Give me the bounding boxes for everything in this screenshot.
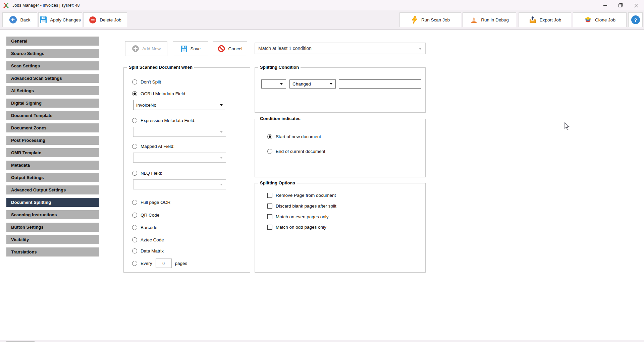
radio-icon	[132, 261, 137, 266]
radio-checked-icon	[132, 91, 137, 96]
splitting-condition-group: Splitting Condition Changed	[255, 67, 426, 113]
app-window: Jobs Manager - Invoices | sysref: 48	[0, 0, 644, 342]
mouse-cursor-icon	[565, 122, 571, 132]
radio-qr-code[interactable]: QR Code	[132, 213, 159, 218]
expression-field-dropdown[interactable]	[133, 127, 226, 137]
radio-mapped-ai-field[interactable]: Mapped AI Field:	[132, 144, 174, 149]
split-document-group-title: Split Scanned Document when	[127, 65, 194, 70]
radio-checked-icon	[267, 134, 272, 139]
sidebar-item-translations[interactable]: Translations	[6, 247, 99, 256]
add-plus-icon	[132, 45, 139, 52]
splitting-options-group-title: Splitting Options	[258, 180, 297, 185]
back-button[interactable]: Back	[2, 12, 37, 27]
radio-end-of-current-document[interactable]: End of current document	[267, 149, 325, 154]
nlq-field-dropdown[interactable]	[133, 179, 226, 189]
sidebar-divider	[106, 30, 106, 340]
radio-expression-metadata-field[interactable]: Expression Metadata Field:	[132, 118, 196, 123]
checkbox-label: Discard blank pages after split	[276, 204, 336, 209]
match-condition-value: Match at least 1 condition	[258, 46, 312, 51]
run-scan-job-label: Run Scan Job	[421, 17, 450, 22]
radio-full-page-ocr[interactable]: Full page OCR	[132, 200, 170, 205]
apply-changes-button[interactable]: Apply Changes	[38, 12, 82, 27]
restore-icon	[619, 3, 623, 7]
help-question-icon: ?	[631, 15, 640, 24]
radio-dont-split[interactable]: Don't Split	[132, 79, 161, 84]
pages-label: pages	[175, 261, 187, 266]
radio-barcode[interactable]: Barcode	[132, 225, 157, 230]
sidebar-item-advanced-scan-settings[interactable]: Advanced Scan Settings	[6, 74, 99, 83]
checkbox-icon	[267, 193, 272, 198]
radio-icon	[132, 118, 137, 123]
delete-job-button[interactable]: Delete Job	[83, 12, 127, 27]
condition-field-dropdown[interactable]	[261, 79, 286, 89]
sidebar-item-source-settings[interactable]: Source Settings	[6, 49, 99, 58]
radio-icon	[132, 79, 137, 84]
condition-operator-value: Changed	[292, 81, 311, 87]
sidebar-item-document-zones[interactable]: Document Zones	[6, 123, 99, 132]
clone-job-label: Clone Job	[595, 17, 615, 22]
radio-label: OCR'd Metadata Field:	[141, 91, 186, 96]
sidebar-item-scanning-instructions[interactable]: Scanning Instructions	[6, 210, 99, 219]
radio-icon	[132, 144, 137, 149]
lightning-bolt-icon	[411, 16, 418, 24]
every-pages-input[interactable]	[156, 259, 172, 268]
sidebar-item-ai-settings[interactable]: AI Settings	[6, 86, 99, 95]
radio-every-pages[interactable]: Every pages	[132, 258, 187, 268]
export-tray-icon	[529, 16, 537, 24]
sidebar-item-button-settings[interactable]: Button Settings	[6, 223, 99, 232]
sidebar-item-metadata[interactable]: Metadata	[6, 161, 99, 170]
horizontal-scrollbar-thumb[interactable]	[6, 341, 35, 342]
sidebar-item-document-template[interactable]: Document Template	[6, 111, 99, 120]
sidebar-item-output-settings[interactable]: Output Settings	[6, 173, 99, 182]
radio-start-of-new-document[interactable]: Start of new document	[267, 134, 321, 139]
mapped-ai-field-dropdown[interactable]	[133, 153, 226, 163]
save-label: Save	[191, 46, 201, 51]
checkbox-remove-page[interactable]: Remove Page from document	[267, 193, 336, 198]
radio-label: Aztec Code	[141, 237, 164, 242]
sidebar-item-advanced-output-settings[interactable]: Advanced Output Settings	[6, 185, 99, 194]
condition-operator-dropdown[interactable]: Changed	[289, 79, 336, 89]
checkbox-icon	[267, 225, 272, 230]
sidebar-item-visibility[interactable]: Visibility	[6, 235, 99, 244]
splitting-condition-group-title: Splitting Condition	[258, 65, 301, 70]
add-new-label: Add New	[142, 46, 161, 51]
radio-ocrd-metadata-field[interactable]: OCR'd Metadata Field:	[132, 91, 186, 96]
chevron-down-icon	[220, 104, 223, 106]
save-button[interactable]: Save	[173, 41, 208, 56]
add-new-button[interactable]: Add New	[125, 41, 167, 56]
checkbox-label: Remove Page from document	[276, 193, 336, 198]
clone-job-button[interactable]: Clone Job	[573, 12, 627, 27]
sidebar-item-general[interactable]: General	[6, 37, 99, 46]
ocr-field-dropdown[interactable]: InvoiceNo	[133, 100, 226, 110]
sidebar-item-scan-settings[interactable]: Scan Settings	[6, 61, 99, 70]
radio-data-matrix[interactable]: Data Matrix	[132, 248, 164, 253]
radio-nlq-field[interactable]: NLQ Field:	[132, 171, 162, 176]
radio-label: NLQ Field:	[141, 171, 162, 176]
condition-indicates-group: Condition indicates Start of new documen…	[255, 119, 426, 177]
cancel-button[interactable]: Cancel	[213, 41, 247, 56]
sidebar-item-omr-template[interactable]: OMR Template	[6, 148, 99, 157]
condition-indicates-group-title: Condition indicates	[258, 116, 302, 121]
radio-label: Barcode	[141, 225, 157, 230]
help-button[interactable]: ?	[628, 12, 643, 27]
minimize-button[interactable]	[597, 0, 613, 10]
export-job-button[interactable]: Export Job	[519, 12, 571, 27]
checkbox-icon	[267, 214, 272, 219]
checkbox-match-odd-pages[interactable]: Match on odd pages only	[267, 225, 326, 230]
splitting-options-group: Splitting Options Remove Page from docum…	[255, 183, 426, 273]
checkbox-match-even-pages[interactable]: Match on even pages only	[267, 214, 329, 219]
radio-aztec-code[interactable]: Aztec Code	[132, 237, 164, 242]
radio-icon	[132, 225, 137, 230]
sidebar-item-document-splitting[interactable]: Document Splitting	[6, 198, 99, 207]
match-condition-dropdown[interactable]: Match at least 1 condition	[255, 43, 426, 54]
radio-icon	[132, 248, 137, 253]
checkbox-discard-blank-pages[interactable]: Discard blank pages after split	[267, 204, 336, 209]
sidebar-item-digital-signing[interactable]: Digital Signing	[6, 99, 99, 108]
sidebar-item-post-processing[interactable]: Post Processing	[6, 136, 99, 145]
restore-button[interactable]	[613, 0, 628, 10]
run-in-debug-button[interactable]: Run in Debug	[463, 12, 516, 27]
checkbox-label: Match on even pages only	[276, 214, 329, 219]
condition-value-input[interactable]	[339, 79, 421, 89]
close-button[interactable]	[628, 0, 644, 10]
run-scan-job-button[interactable]: Run Scan Job	[399, 12, 461, 27]
